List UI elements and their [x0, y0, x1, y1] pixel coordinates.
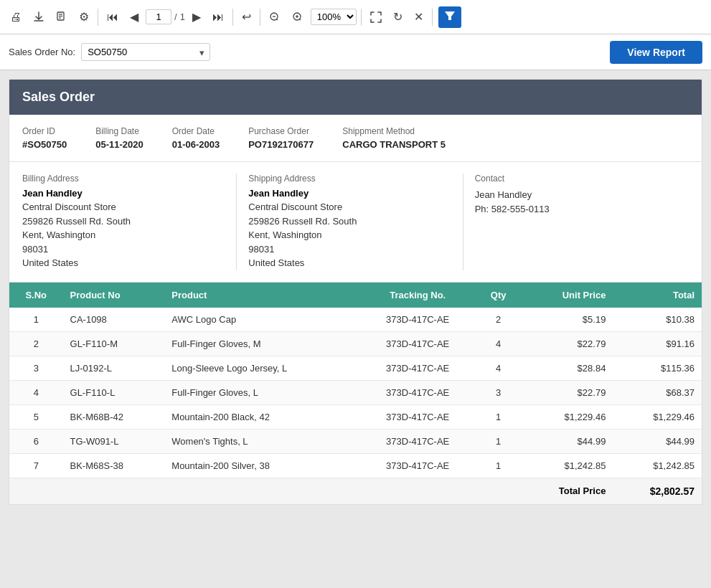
view-report-button[interactable]: View Report [610, 41, 702, 64]
cell-sno: 6 [9, 429, 63, 453]
contact-phone: Ph: 582-555-0113 [475, 202, 677, 217]
table-row: 2 GL-F110-M Full-Finger Gloves, M 373D-4… [9, 331, 702, 356]
order-table: S.No Product No Product Tracking No. Qty… [9, 283, 702, 504]
cell-product-no: TG-W091-L [63, 429, 165, 453]
cell-qty: 4 [476, 356, 521, 380]
cell-qty: 3 [476, 380, 521, 404]
sales-order-select-wrap[interactable]: SO50750 [81, 43, 210, 61]
filter-bar-label: Sales Order No: [9, 47, 75, 57]
cell-total: $91.16 [613, 331, 702, 356]
fullscreen-button[interactable] [366, 9, 386, 26]
purchase-order-value: PO7192170677 [248, 139, 314, 150]
cell-product-no: GL-F110-L [63, 380, 165, 404]
table-footer-row: Total Price $2,802.57 [9, 478, 702, 504]
shipping-name: Jean Handley [248, 188, 451, 199]
order-date-col: Order Date 01-06-2003 [172, 126, 220, 150]
billing-name: Jean Handley [22, 188, 225, 199]
cell-tracking: 373D-417C-AE [359, 308, 476, 332]
total-price-label: Total Price [521, 478, 613, 504]
table-row: 6 TG-W091-L Women's Tights, L 373D-417C-… [9, 429, 702, 453]
shipment-method-value: CARGO TRANSPORT 5 [342, 139, 446, 150]
cell-unit-price: $1,242.85 [521, 453, 613, 478]
cell-qty: 4 [476, 331, 521, 356]
cell-unit-price: $44.99 [521, 429, 613, 453]
svg-line-10 [299, 19, 301, 20]
cell-sno: 5 [9, 404, 63, 429]
cell-unit-price: $1,229.46 [521, 404, 613, 429]
col-unit-price: Unit Price [521, 283, 613, 308]
col-total: Total [613, 283, 702, 308]
purchase-order-col: Purchase Order PO7192170677 [248, 126, 314, 150]
cell-tracking: 373D-417C-AE [359, 356, 476, 380]
separator-1 [98, 9, 98, 26]
shipping-street: 259826 Russell Rd. South [248, 214, 451, 229]
cell-qty: 1 [476, 429, 521, 453]
cell-qty: 2 [476, 308, 521, 332]
billing-company: Central Discount Store [22, 200, 225, 214]
table-row: 3 LJ-0192-L Long-Sleeve Logo Jersey, L 3… [9, 356, 702, 380]
first-page-button[interactable]: ⏮ [103, 8, 123, 27]
separator-3 [260, 9, 260, 26]
report-header: Sales Order [9, 80, 702, 115]
cell-sno: 3 [9, 356, 63, 380]
cell-product-no: CA-1098 [63, 308, 165, 332]
separator-2 [232, 9, 233, 26]
table-header-row: S.No Product No Product Tracking No. Qty… [9, 283, 702, 308]
cell-unit-price: $28.84 [521, 356, 613, 380]
shipping-city: Kent, Washington [248, 228, 451, 242]
cell-product: Mountain-200 Black, 42 [164, 404, 359, 429]
refresh-button[interactable]: ↻ [389, 7, 407, 27]
shipment-method-col: Shippment Method CARGO TRANSPORT 5 [342, 126, 446, 150]
contact-name: Jean Handley [475, 188, 677, 202]
prev-page-button[interactable]: ◀ [126, 7, 143, 27]
total-pages: 1 [180, 11, 185, 22]
last-page-button[interactable]: ⏭ [208, 8, 228, 27]
sales-order-select[interactable]: SO50750 [81, 43, 210, 61]
print-button[interactable]: 🖨 [6, 8, 26, 27]
table-row: 7 BK-M68S-38 Mountain-200 Silver, 38 373… [9, 453, 702, 478]
cell-product: AWC Logo Cap [164, 308, 359, 332]
col-qty: Qty [476, 283, 521, 308]
cell-product: Long-Sleeve Logo Jersey, L [164, 356, 359, 380]
zoom-select[interactable]: 100% 75% 150% [311, 9, 357, 25]
cell-total: $1,229.46 [613, 404, 702, 429]
col-product-no: Product No [63, 283, 165, 308]
order-info-section: Order ID #SO50750 Billing Date 05-11-202… [9, 115, 702, 162]
cell-sno: 2 [9, 331, 63, 356]
next-page-button[interactable]: ▶ [188, 7, 205, 27]
cell-product: Women's Tights, L [164, 429, 359, 453]
cell-product: Mountain-200 Silver, 38 [164, 453, 359, 478]
cell-total: $115.36 [613, 356, 702, 380]
zoom-in-button[interactable] [288, 9, 308, 26]
undo-button[interactable]: ↩ [237, 7, 255, 27]
settings-button[interactable]: ⚙ [75, 7, 93, 27]
document-button[interactable] [52, 9, 72, 26]
svg-line-6 [276, 19, 278, 20]
cell-product-no: BK-M68S-38 [63, 453, 165, 478]
table-row: 4 GL-F110-L Full-Finger Gloves, L 373D-4… [9, 380, 702, 404]
order-id-col: Order ID #SO50750 [22, 126, 67, 150]
cell-total: $10.38 [613, 308, 702, 332]
current-page-input[interactable]: 1 [146, 9, 171, 24]
table-row: 5 BK-M68B-42 Mountain-200 Black, 42 373D… [9, 404, 702, 429]
cell-product-no: LJ-0192-L [63, 356, 165, 380]
order-id-label: Order ID [22, 126, 67, 136]
export-button[interactable] [29, 9, 49, 26]
zoom-out-button[interactable] [265, 9, 285, 26]
cell-tracking: 373D-417C-AE [359, 429, 476, 453]
col-tracking: Tracking No. [359, 283, 476, 308]
svg-marker-11 [445, 11, 455, 20]
billing-zip: 98031 [22, 242, 225, 257]
billing-date-label: Billing Date [95, 126, 143, 136]
filter-button[interactable] [438, 6, 461, 28]
contact-label: Contact [475, 174, 677, 184]
shipment-method-label: Shippment Method [342, 126, 446, 136]
cell-total: $1,242.85 [613, 453, 702, 478]
separator-4 [361, 9, 362, 26]
report-title: Sales Order [22, 90, 95, 104]
billing-address-col: Billing Address Jean Handley Central Dis… [22, 174, 237, 270]
shipping-address-label: Shipping Address [248, 174, 451, 184]
close-button[interactable]: ✕ [410, 7, 428, 27]
cell-unit-price: $5.19 [521, 308, 613, 332]
cell-qty: 1 [476, 404, 521, 429]
